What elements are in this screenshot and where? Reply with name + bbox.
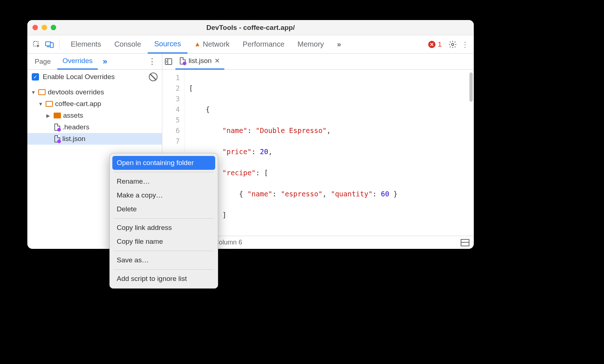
caret-icon: ▼ — [38, 101, 43, 107]
enable-overrides-label: Enable Local Overrides — [43, 73, 115, 81]
warning-icon: ▲ — [194, 40, 201, 48]
file-icon — [54, 124, 60, 131]
close-window-button[interactable] — [32, 25, 38, 30]
file-tree: ▼ devtools overrides ▼ coffee-cart.app ▶… — [27, 84, 162, 147]
caret-icon: ▼ — [31, 90, 36, 95]
error-badge[interactable]: ✕ 1 — [428, 40, 442, 48]
enable-overrides-row: ✓ Enable Local Overrides — [27, 70, 162, 84]
separator — [114, 172, 214, 172]
nav-tab-page[interactable]: Page — [30, 54, 56, 70]
file-icon — [54, 135, 60, 142]
folder-icon — [38, 89, 46, 95]
folder-icon — [46, 101, 53, 107]
titlebar: DevTools - coffee-cart.app/ — [27, 20, 474, 35]
device-toggle-icon[interactable] — [44, 39, 55, 50]
minimize-window-button[interactable] — [42, 25, 47, 30]
svg-point-4 — [452, 43, 454, 46]
tree-file-headers[interactable]: .headers — [27, 121, 162, 133]
tree-assets[interactable]: ▶ assets — [27, 110, 162, 121]
ctx-ignore-list[interactable]: Add script to ignore list — [112, 272, 215, 286]
cursor-position: Column 6 — [214, 239, 242, 246]
inspect-icon[interactable] — [31, 39, 42, 50]
tabs-overflow[interactable]: » — [330, 35, 348, 54]
separator — [114, 269, 214, 270]
panel-tabs: Elements Console Sources ▲Network Perfor… — [64, 35, 426, 54]
nav-tab-overrides[interactable]: Overrides — [57, 54, 97, 70]
settings-icon[interactable] — [448, 39, 458, 50]
maximize-window-button[interactable] — [51, 25, 56, 30]
tab-sources[interactable]: Sources — [148, 35, 187, 54]
tab-network[interactable]: ▲Network — [187, 35, 236, 54]
enable-overrides-checkbox[interactable]: ✓ — [32, 73, 39, 81]
ctx-save-as[interactable]: Save as… — [112, 253, 215, 267]
window-controls — [32, 25, 56, 30]
context-menu: Open in containing folder Rename… Make a… — [109, 153, 218, 289]
file-tab-listjson[interactable]: list.json ✕ — [175, 54, 224, 70]
code-content[interactable]: [ { "name": "Double Espresso", "price": … — [184, 70, 474, 236]
separator — [114, 251, 214, 251]
error-count: 1 — [438, 40, 442, 48]
tree-domain[interactable]: ▼ coffee-cart.app — [27, 98, 162, 110]
separator — [114, 218, 214, 219]
tab-memory[interactable]: Memory — [291, 35, 330, 54]
window-title: DevTools - coffee-cart.app/ — [27, 24, 474, 32]
tree-file-listjson[interactable]: list.json — [27, 133, 162, 145]
tab-console[interactable]: Console — [108, 35, 147, 54]
ctx-rename[interactable]: Rename… — [112, 175, 215, 188]
show-drawer-icon[interactable] — [461, 239, 469, 246]
nav-tabs-overflow[interactable]: » — [99, 57, 111, 66]
ctx-open-folder[interactable]: Open in containing folder — [112, 156, 215, 170]
file-icon — [180, 57, 186, 64]
nav-kebab-icon[interactable]: ⋮ — [144, 57, 160, 66]
folder-icon — [54, 113, 61, 118]
body: Page Overrides » ⋮ ✓ Enable Local Overri… — [27, 54, 474, 249]
close-tab-icon[interactable]: ✕ — [214, 57, 220, 65]
navigator-tabs: Page Overrides » ⋮ — [27, 54, 162, 70]
toggle-navigator-icon[interactable] — [164, 58, 173, 66]
caret-icon: ▶ — [46, 113, 51, 118]
svg-rect-3 — [50, 43, 53, 47]
tree-root[interactable]: ▼ devtools overrides — [27, 86, 162, 98]
main-toolbar: Elements Console Sources ▲Network Perfor… — [27, 35, 474, 54]
ctx-delete[interactable]: Delete — [112, 202, 215, 216]
devtools-window: DevTools - coffee-cart.app/ Elements Con… — [27, 20, 474, 249]
tab-elements[interactable]: Elements — [64, 35, 108, 54]
ctx-copy[interactable]: Make a copy… — [112, 188, 215, 202]
file-tabbar: list.json ✕ — [162, 54, 474, 70]
error-icon: ✕ — [428, 41, 435, 48]
svg-rect-5 — [165, 59, 172, 64]
clear-icon[interactable] — [149, 73, 158, 81]
separator — [59, 39, 60, 50]
ctx-copy-filename[interactable]: Copy file name — [112, 235, 215, 248]
scrollbar-thumb[interactable] — [469, 73, 473, 102]
ctx-copy-link[interactable]: Copy link address — [112, 221, 215, 235]
tab-performance[interactable]: Performance — [236, 35, 291, 54]
kebab-menu-icon[interactable]: ⋮ — [460, 39, 470, 50]
